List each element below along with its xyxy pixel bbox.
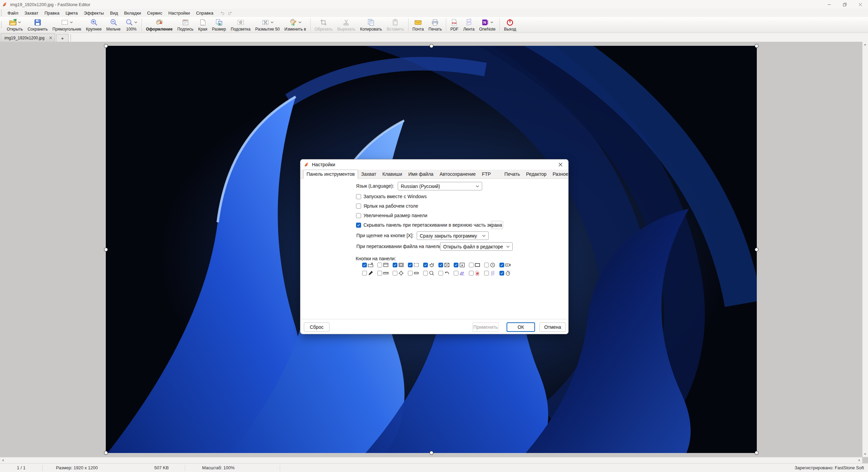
panel-button-option-delay-clock[interactable] <box>484 262 499 268</box>
checkbox-rect-region[interactable] <box>408 263 413 267</box>
horizontal-scrollbar[interactable] <box>0 457 862 463</box>
settings-tab-print[interactable]: Печать <box>501 170 523 178</box>
panel-button-option-scanner[interactable] <box>454 270 469 276</box>
toolbar-button-print[interactable]: Печать <box>426 18 444 32</box>
checkbox-fixed-region[interactable] <box>469 263 474 267</box>
checkbox-row-large-panel[interactable]: Увеличенный размер панели <box>356 212 427 219</box>
toolbar-button-zoom-out[interactable]: Мельче <box>104 18 123 32</box>
toolbar-button-paste[interactable]: Вставить <box>384 18 407 32</box>
redo-icon[interactable] <box>228 11 233 16</box>
chevron-down-icon[interactable] <box>134 21 137 23</box>
settings-tab-misc[interactable]: Разное <box>550 170 569 178</box>
checkbox-freehand[interactable] <box>423 263 428 267</box>
checkbox-autostart[interactable] <box>356 194 361 199</box>
dialog-close-button[interactable] <box>555 160 566 169</box>
menu-file[interactable]: Файл <box>4 10 21 17</box>
checkbox-large-panel[interactable] <box>356 213 361 218</box>
new-tab-button[interactable]: + <box>56 34 68 42</box>
restore-button[interactable] <box>837 0 852 9</box>
toolbar-button-crop[interactable]: Обрезать <box>312 18 335 32</box>
menu-help[interactable]: Справка <box>193 10 216 17</box>
toolbar-button-caption[interactable]: Подпись <box>175 18 196 32</box>
toolbar-button-open-folder[interactable]: Открыть <box>4 18 25 32</box>
checkbox-screen-recorder[interactable] <box>499 263 504 267</box>
panel-button-option-rect-region[interactable] <box>408 262 423 268</box>
toolbar-button-blur[interactable]: Размытие 50 <box>253 18 282 32</box>
checkbox-scroll-capture[interactable] <box>454 263 458 267</box>
panel-button-option-ruler[interactable] <box>377 270 393 276</box>
settings-tab-hotkeys[interactable]: Клавиши <box>379 170 405 178</box>
undo-icon[interactable] <box>220 11 225 16</box>
resize-handle-n[interactable] <box>430 44 433 48</box>
chevron-down-icon[interactable] <box>18 21 21 23</box>
toolbar-button-copy[interactable]: Копировать <box>358 18 384 32</box>
checkbox-ruler[interactable] <box>377 271 382 276</box>
scroll-left-icon[interactable] <box>0 457 6 463</box>
checkbox-window[interactable] <box>377 263 382 267</box>
minimize-button[interactable] <box>821 0 837 9</box>
toolbar-button-save-floppy[interactable]: Сохранить <box>25 18 50 32</box>
chevron-down-icon[interactable] <box>70 21 73 23</box>
resize-handle-nw[interactable] <box>104 44 108 48</box>
menu-settings[interactable]: Настройки <box>165 10 193 17</box>
toolbar-button-ribbon[interactable]: Лента <box>461 18 477 32</box>
checkbox-stopwatch[interactable] <box>499 271 504 276</box>
panel-button-option-color-picker[interactable] <box>362 270 377 276</box>
menu-edit[interactable]: Правка <box>41 10 62 17</box>
menu-effects[interactable]: Эффекты <box>81 10 107 17</box>
toolbar-button-draw-tools[interactable]: AОформление <box>143 18 175 32</box>
checkbox-crosshair[interactable] <box>393 271 397 276</box>
toolbar-button-onenote[interactable]: NOneNote <box>477 18 498 32</box>
scroll-right-icon[interactable] <box>856 457 862 463</box>
checkbox-hide-panel[interactable] <box>356 223 361 228</box>
document-tab[interactable]: img19_1920x1200.jpg <box>1 34 55 42</box>
resize-handle-w[interactable] <box>104 248 108 251</box>
toolbar-button-cut[interactable]: Вырезать <box>335 18 358 32</box>
toolbar-button-zoom-in[interactable]: Крупнее <box>84 18 104 32</box>
settings-tab-ftp[interactable]: FTP <box>479 170 494 178</box>
checkbox-ribbon-small[interactable] <box>484 271 489 276</box>
panel-button-option-fullscreen[interactable] <box>438 262 454 268</box>
menu-view[interactable]: Вид <box>107 10 121 17</box>
toolbar-button-power[interactable]: Выход <box>501 18 518 32</box>
checkbox-row-desktop-shortcut[interactable]: Ярлык на рабочем столе <box>356 203 418 209</box>
checkbox-desktop-shortcut[interactable] <box>356 204 361 209</box>
checkbox-folder-open[interactable] <box>362 263 367 267</box>
language-select[interactable]: Russian (Русский) <box>398 182 482 190</box>
reset-button[interactable]: Сброс <box>304 322 330 332</box>
scroll-up-icon[interactable] <box>862 42 868 48</box>
chevron-down-icon[interactable] <box>271 21 274 23</box>
panel-button-option-pdf-small[interactable] <box>469 270 484 276</box>
panel-button-option-crosshair[interactable] <box>393 270 408 276</box>
settings-tab-filename[interactable]: Имя файла <box>405 170 436 178</box>
toolbar-button-edges[interactable]: Края <box>196 18 210 32</box>
scroll-down-icon[interactable] <box>862 451 868 457</box>
checkbox-row-autostart[interactable]: Запускать вместе с Windows <box>356 193 427 200</box>
toolbar-button-zoom-100[interactable]: 100% <box>123 18 140 32</box>
menu-capture[interactable]: Захват <box>21 10 41 17</box>
panel-button-option-stopwatch[interactable] <box>499 270 515 276</box>
settings-tab-autosave[interactable]: Автосохранение <box>436 170 479 178</box>
panel-button-option-color-bar[interactable] <box>408 270 423 276</box>
panel-button-option-folder-open[interactable] <box>362 262 377 268</box>
checkbox-pdf-small[interactable] <box>469 271 474 276</box>
toolbar-button-resize[interactable]: Размер <box>210 18 228 32</box>
checkbox-row-hide-panel[interactable]: Скрывать панель при перетаскивании в вер… <box>356 222 502 228</box>
checkbox-loupe[interactable] <box>423 271 428 276</box>
panel-button-option-scroll-capture[interactable] <box>454 262 469 268</box>
checkbox-undo-arrow[interactable] <box>438 271 443 276</box>
drag-select[interactable]: Открыть файл в редакторе <box>440 242 513 251</box>
menu-colors[interactable]: Цвета <box>62 10 81 17</box>
toolbar-button-edit-in[interactable]: Изменить в <box>282 18 309 32</box>
menu-tabs[interactable]: Вкладки <box>121 10 144 17</box>
close-button[interactable] <box>852 0 868 9</box>
resize-handle-e[interactable] <box>755 248 758 251</box>
checkbox-delay-clock[interactable] <box>484 263 489 267</box>
resize-handle-s[interactable] <box>430 451 433 455</box>
panel-button-option-loupe[interactable] <box>423 270 438 276</box>
panel-button-option-undo-arrow[interactable] <box>438 270 454 276</box>
settings-tab-capture[interactable]: Захват <box>358 170 379 178</box>
chevron-down-icon[interactable] <box>490 21 493 23</box>
toolbar-button-mail[interactable]: Почта <box>410 18 426 32</box>
tab-close-icon[interactable] <box>44 36 52 39</box>
